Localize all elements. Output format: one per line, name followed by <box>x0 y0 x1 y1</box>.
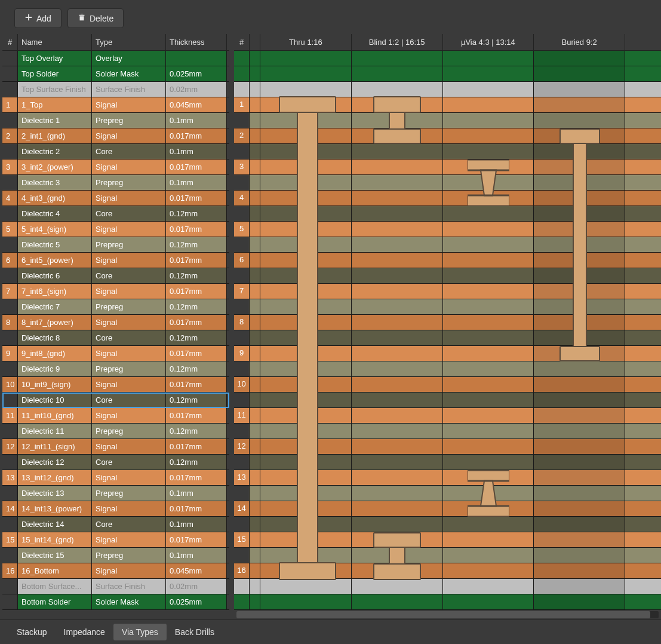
via-row[interactable] <box>234 175 661 191</box>
layer-thickness[interactable]: 0.017mm <box>166 284 227 299</box>
layer-name[interactable]: 15_int14_(gnd) <box>18 532 92 547</box>
layer-type[interactable]: Signal <box>92 160 166 174</box>
tab-back-drills[interactable]: Back Drills <box>167 624 223 640</box>
layer-name[interactable]: Dielectric 13 <box>18 486 92 501</box>
layer-thickness[interactable]: 0.017mm <box>166 408 227 423</box>
layer-thickness[interactable]: 0.017mm <box>166 253 227 268</box>
via-row[interactable]: 14 <box>234 501 661 517</box>
layer-row[interactable]: Dielectric 1Prepreg0.1mm <box>2 113 229 128</box>
layer-type[interactable]: Prepreg <box>92 361 166 376</box>
layer-name[interactable]: Dielectric 5 <box>18 237 92 252</box>
layer-row[interactable]: 88_int7_(power)Signal0.017mm <box>2 315 229 330</box>
layer-row[interactable]: Dielectric 12Core0.12mm <box>2 455 229 470</box>
via-row[interactable]: 4 <box>234 191 661 206</box>
layer-type[interactable]: Solder Mask <box>92 66 166 81</box>
via-row[interactable]: 9 <box>234 346 661 361</box>
layer-row[interactable]: Dielectric 14Core0.1mm <box>2 517 229 532</box>
layer-row[interactable]: 1515_int14_(gnd)Signal0.017mm <box>2 532 229 548</box>
layer-type[interactable]: Signal <box>92 408 166 423</box>
layer-thickness[interactable]: 0.017mm <box>166 315 227 330</box>
layer-type[interactable]: Signal <box>92 439 166 454</box>
layer-row[interactable]: Dielectric 3Prepreg0.1mm <box>2 175 229 191</box>
layer-row[interactable]: Dielectric 2Core0.1mm <box>2 144 229 160</box>
layer-row[interactable]: Top SolderSolder Mask0.025mm <box>2 66 229 82</box>
layer-type[interactable]: Signal <box>92 377 166 392</box>
via-row[interactable] <box>234 424 661 439</box>
layer-name[interactable]: Dielectric 15 <box>18 548 92 563</box>
layer-row[interactable]: Bottom Surface...Surface Finish0.02mm <box>2 579 229 594</box>
layer-row[interactable]: Dielectric 7Prepreg0.12mm <box>2 299 229 315</box>
layer-type[interactable]: Signal <box>92 346 166 361</box>
via-row[interactable] <box>234 51 661 66</box>
layer-name[interactable]: Dielectric 3 <box>18 175 92 190</box>
layer-name[interactable]: Dielectric 8 <box>18 330 92 345</box>
layer-row[interactable]: Dielectric 6Core0.12mm <box>2 268 229 284</box>
via-row[interactable]: 1 <box>234 97 661 113</box>
layer-type[interactable]: Core <box>92 517 166 532</box>
layer-type[interactable]: Signal <box>92 253 166 268</box>
via-row[interactable] <box>234 268 661 284</box>
layer-name[interactable]: Bottom Solder <box>18 594 92 609</box>
layer-name[interactable]: 2_int1_(gnd) <box>18 128 92 143</box>
layer-row[interactable]: Dielectric 9Prepreg0.12mm <box>2 361 229 377</box>
layer-name[interactable]: 9_int8_(gnd) <box>18 346 92 361</box>
layer-name[interactable]: Dielectric 11 <box>18 424 92 438</box>
layer-row[interactable]: 77_int6_(sign)Signal0.017mm <box>2 284 229 299</box>
add-button[interactable]: Add <box>14 8 62 28</box>
layer-name[interactable]: Bottom Surface... <box>18 579 92 594</box>
layer-type[interactable]: Signal <box>92 532 166 547</box>
layer-thickness[interactable]: 0.12mm <box>166 361 227 376</box>
layer-type[interactable]: Signal <box>92 222 166 237</box>
layer-thickness[interactable]: 0.017mm <box>166 128 227 143</box>
via-row[interactable] <box>234 144 661 160</box>
layer-row[interactable]: 44_int3_(gnd)Signal0.017mm <box>2 191 229 206</box>
layer-row[interactable]: Top OverlayOverlay <box>2 51 229 66</box>
layer-thickness[interactable]: 0.045mm <box>166 97 227 112</box>
layer-thickness[interactable]: 0.1mm <box>166 113 227 128</box>
layer-name[interactable]: Top Overlay <box>18 51 92 66</box>
via-row[interactable]: 6 <box>234 253 661 268</box>
layer-type[interactable]: Signal <box>92 563 166 578</box>
layer-thickness[interactable]: 0.1mm <box>166 175 227 190</box>
via-col-buried[interactable]: Buried 9:2 <box>534 34 625 50</box>
layer-row[interactable]: 1616_BottomSignal0.045mm <box>2 563 229 579</box>
via-row[interactable] <box>234 486 661 501</box>
layer-name[interactable]: 7_int6_(sign) <box>18 284 92 299</box>
layer-row[interactable]: 66_int5_(power)Signal0.017mm <box>2 253 229 268</box>
via-row[interactable]: 2 <box>234 128 661 144</box>
via-row[interactable]: 10 <box>234 377 661 392</box>
layer-name[interactable]: 13_int12_(gnd) <box>18 470 92 485</box>
layer-thickness[interactable]: 0.12mm <box>166 424 227 438</box>
col-type-header[interactable]: Type <box>92 34 166 50</box>
tab-via-types[interactable]: Via Types <box>113 624 167 640</box>
layer-type[interactable]: Prepreg <box>92 486 166 501</box>
col-num-header[interactable]: # <box>2 34 18 50</box>
layer-type[interactable]: Surface Finish <box>92 82 166 97</box>
via-row[interactable] <box>234 548 661 563</box>
layer-thickness[interactable]: 0.1mm <box>166 548 227 563</box>
layer-thickness[interactable]: 0.1mm <box>166 144 227 159</box>
layer-name[interactable]: Dielectric 9 <box>18 361 92 376</box>
layer-name[interactable]: 10_int9_(sign) <box>18 377 92 392</box>
layer-type[interactable]: Prepreg <box>92 424 166 438</box>
via-row[interactable]: 16 <box>234 563 661 579</box>
via-row[interactable] <box>234 517 661 532</box>
layer-row[interactable]: Dielectric 13Prepreg0.1mm <box>2 486 229 501</box>
layer-type[interactable]: Signal <box>92 191 166 206</box>
layer-thickness[interactable]: 0.017mm <box>166 377 227 392</box>
via-row[interactable] <box>234 66 661 82</box>
layer-name[interactable]: 8_int7_(power) <box>18 315 92 330</box>
layer-name[interactable]: Dielectric 10 <box>18 392 92 407</box>
layer-name[interactable]: 4_int3_(gnd) <box>18 191 92 206</box>
layer-name[interactable]: Top Solder <box>18 66 92 81</box>
layer-type[interactable]: Core <box>92 330 166 345</box>
via-row[interactable] <box>234 299 661 315</box>
layer-type[interactable]: Signal <box>92 470 166 485</box>
layer-name[interactable]: 3_int2_(power) <box>18 160 92 174</box>
layer-thickness[interactable] <box>166 51 227 66</box>
layer-thickness[interactable]: 0.025mm <box>166 594 227 609</box>
horizontal-scrollbar[interactable] <box>236 611 659 618</box>
via-row[interactable] <box>234 206 661 222</box>
layer-type[interactable]: Surface Finish <box>92 579 166 594</box>
via-row[interactable] <box>234 594 661 610</box>
